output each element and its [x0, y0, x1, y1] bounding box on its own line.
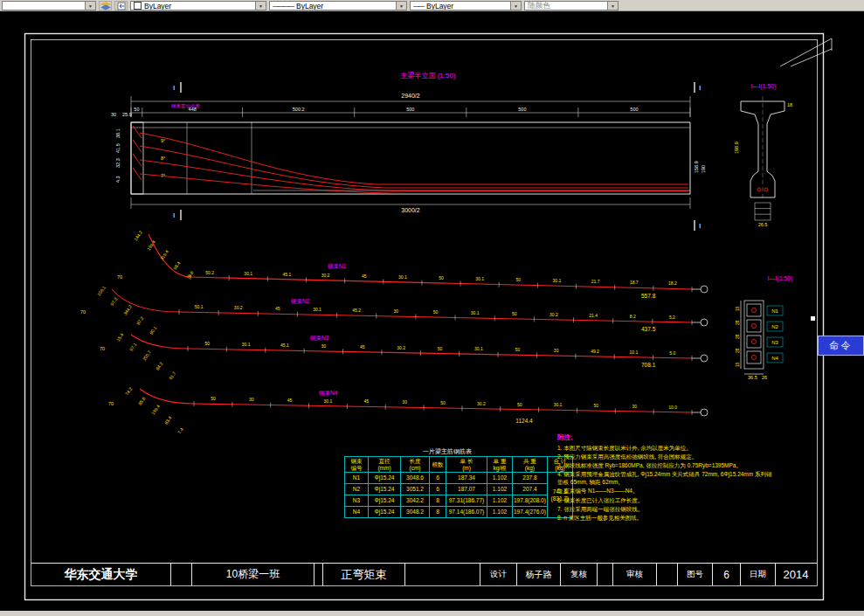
steel-table-cell: 237.8 — [513, 473, 548, 484]
command-line-tab[interactable]: 命令 — [818, 336, 864, 356]
steel-table-header-cell: 共 重 (kg) — [513, 457, 548, 473]
lineweight-combo-arrow-icon[interactable]: ▼ — [510, 2, 521, 10]
layer-combo-arrow-icon[interactable]: ▼ — [85, 2, 95, 10]
tendon-seg-dim: 30 — [632, 404, 637, 409]
steel-table-cell: 187.07 — [446, 484, 487, 495]
steel-table-cell: 3048.6 — [401, 473, 430, 484]
titleblock-gap — [171, 564, 192, 585]
tendon-name-label: 钢束N2 — [290, 298, 310, 304]
anchor-label: N2 — [771, 324, 778, 329]
steel-table-row: N4Φj15.243048.2897.14(186.07)1.102197.4(… — [345, 507, 573, 518]
tendon-seg-dim: 30.1 — [553, 278, 562, 283]
anchor-left-dim: 28 — [735, 320, 740, 325]
title-block: 华东交通大学 10桥梁一班 正弯矩束 设计 杨子路 复核 审核 图号 6 日期 … — [31, 563, 817, 585]
object-properties-toolbar: ▼ ByLayer ▼ ———— ByLayer ▼ —— ByLayer ▼ … — [0, 0, 864, 11]
steel-table-header-cell: 单 长 (m) — [446, 457, 487, 473]
elevation-right-dim: 190 — [701, 165, 706, 173]
tendon-seg-dim: 30.2 — [550, 312, 558, 317]
steel-table-cell: N3 — [345, 495, 369, 507]
tendon-seg-dim: 30.1 — [554, 402, 563, 407]
tendon-seg-dim: 50 — [515, 347, 520, 352]
tendon-seg-dim: 45.2 — [352, 308, 361, 313]
note-item: 4. 钢束采用预埋金属波纹管成孔, Φj15.24mm 夹片式锚具 72mm, … — [557, 470, 776, 486]
tendon-seg-dim: 50 — [517, 402, 522, 407]
titleblock-figure-no: 6 — [713, 564, 741, 585]
anchor-left-dim: 28 — [735, 348, 740, 353]
anchor-bottom-dim: 36.5 — [748, 375, 757, 380]
section-top-dim: 198.9 — [734, 142, 739, 154]
tendon-seg-dim: 30.2 — [477, 401, 486, 406]
elevation-topleft-dim: 25.9 — [122, 112, 132, 117]
steel-table-cell: N1 — [345, 473, 369, 484]
section-cut-label: I — [699, 222, 701, 230]
steel-table-body: N1Φj15.243048.66187.341.102237.8742.6(83… — [345, 473, 573, 518]
selection-grip[interactable] — [811, 316, 815, 321]
titleblock-review-label: 审核 — [613, 564, 657, 585]
tendon-total-dim: 1124.4 — [515, 418, 533, 424]
lineweight-combo[interactable]: —— ByLayer ▼ — [410, 1, 522, 10]
tendon-seg-dim: 10.1 — [630, 350, 639, 355]
linetype-glyph: ———— — [273, 3, 294, 9]
steel-table-cell: 187.34 — [446, 473, 487, 484]
plotstyle-combo-value: 随颜色 — [528, 1, 550, 10]
steel-table-cell: 3051.2 — [401, 484, 430, 495]
titleblock-date-value: 2014 — [776, 564, 816, 585]
tendon-seg-dim: 8.2 — [630, 314, 636, 319]
steel-table-cell: 1.102 — [487, 495, 513, 507]
titleblock-figure-label: 图号 — [678, 564, 713, 585]
tendon-seg-dim: 21.4 — [589, 313, 598, 318]
color-combo-arrow-icon[interactable]: ▼ — [255, 2, 266, 10]
layer-previous-icon[interactable] — [114, 1, 128, 10]
tendon-seg-dim: 30.2 — [321, 273, 330, 278]
tendon-seg-dim: 30.1 — [474, 346, 483, 351]
layer-combo[interactable]: ▼ — [2, 1, 96, 10]
elevation-seg-dim: 500 — [518, 107, 526, 112]
section-cut-label: I — [173, 211, 175, 219]
tendon-seg-dim: 10.0 — [668, 405, 677, 410]
note-item: 6. 钢束长度已计入张拉工作长度。 — [557, 496, 776, 504]
color-swatch — [134, 2, 142, 10]
steel-table-cell: 197.8(208.0) — [513, 495, 548, 507]
elevation-bottom-dim: 3000/2 — [401, 207, 420, 213]
tendon-total-dim: 557.8 — [641, 293, 656, 299]
steel-table: 钢束 编号直径 (mm)长度 (cm)根数单 长 (m)单 重 kg/根共 重 … — [344, 456, 573, 518]
tendon-seg-dim: 30.1 — [242, 342, 251, 347]
steel-table-head: 钢束 编号直径 (mm)长度 (cm)根数单 长 (m)单 重 kg/根共 重 … — [345, 457, 573, 473]
steel-table-cell: N2 — [345, 484, 369, 495]
tendon-seg-dim: 45 — [360, 344, 365, 350]
plotstyle-combo-arrow-icon[interactable]: ▼ — [607, 2, 618, 10]
titleblock-university: 华东交通大学 — [31, 564, 171, 585]
steel-table-cell: 3048.2 — [401, 507, 430, 518]
tendon-left-offset-dim: 70 — [117, 274, 122, 280]
tendon-total-dim: 437.5 — [641, 326, 656, 332]
elevation-left-dim: 4.3 — [115, 176, 121, 183]
tendon-seg-dim: 50 — [512, 311, 517, 316]
layers-icon[interactable] — [99, 1, 112, 10]
steel-table-cell: 1.102 — [487, 473, 513, 484]
tendon-seg-dim: 45 — [364, 398, 370, 404]
tendon-seg-dim: 30.1 — [475, 276, 484, 281]
steel-table-cell: 6 — [430, 484, 446, 495]
steel-table-header-cell: 直径 (mm) — [369, 457, 401, 473]
elevation-left-dim: 41.5 — [115, 143, 121, 153]
note-item: 2. 预应力钢束采用高强度低松弛钢绞线, 符合国标规定。 — [557, 453, 776, 460]
linetype-combo-arrow-icon[interactable]: ▼ — [396, 2, 406, 10]
section-top-dim: 18 — [787, 102, 792, 107]
tendon-seg-dim: 50 — [594, 403, 599, 408]
steel-table-cell: 207.4 — [513, 484, 548, 495]
steel-table-cell: Φj15.24 — [369, 507, 401, 518]
tendon-seg-dim: 5.0 — [669, 350, 675, 356]
section-bottom-title: I—I(1:50) — [767, 275, 792, 282]
tendon-seg-dim: 30.1 — [313, 307, 321, 312]
note-item: 1. 本图尺寸除钢束长度以米计外, 余均以厘米为单位。 — [557, 444, 776, 452]
linetype-combo[interactable]: ———— ByLayer ▼ — [269, 1, 407, 10]
steel-table-row: N1Φj15.243048.66187.341.102237.8742.6(83… — [345, 473, 573, 484]
drawing-canvas[interactable]: 主梁半立面 (1:50) 钢束定位示意 2940/2 3000/2 I—I(1:… — [0, 0, 864, 616]
plotstyle-combo[interactable]: 随颜色 ▼ — [524, 1, 619, 10]
color-combo[interactable]: ByLayer ▼ — [130, 1, 266, 10]
tendon-seg-dim: 50.1 — [195, 304, 204, 309]
section-top-dim: 26.5 — [758, 222, 768, 227]
elevation-top-dim: 2940/2 — [401, 93, 420, 99]
anchor-left-dim: 15 — [735, 306, 740, 311]
elevation-seg-dim: 500 — [630, 107, 638, 112]
